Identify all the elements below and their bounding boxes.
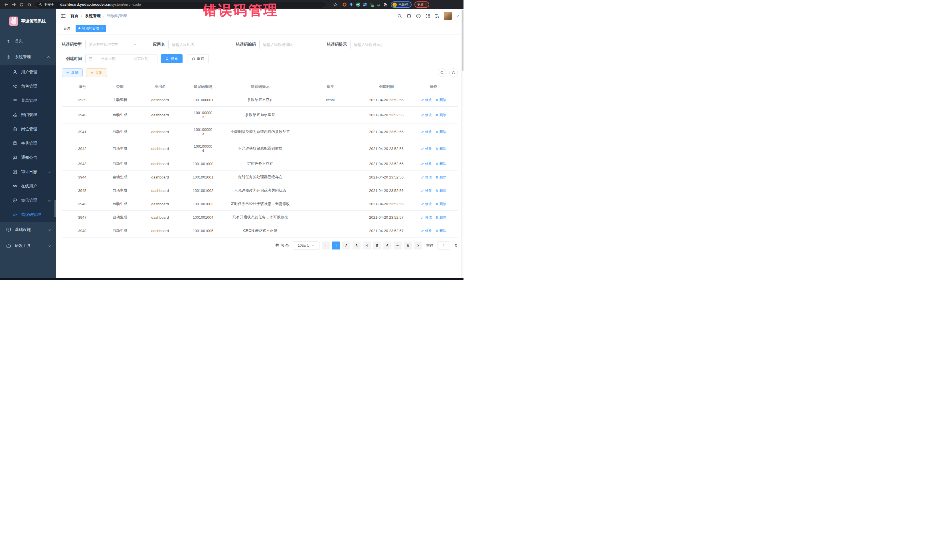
page-button-5[interactable]: 5 — [373, 241, 381, 249]
profile-chip[interactable]: 已暂停 — [391, 2, 412, 8]
delete-row-link[interactable]: 删除 — [435, 112, 446, 117]
delete-row-link[interactable]: 删除 — [435, 175, 446, 180]
page-button-6[interactable]: 6 — [383, 241, 391, 249]
error-code-message-input[interactable] — [350, 40, 405, 49]
browser-back-icon[interactable] — [2, 0, 10, 9]
browser-update-button[interactable]: 更新 — [415, 2, 429, 8]
edit-row-link[interactable]: 修改 — [421, 215, 432, 220]
delete-row-link[interactable]: 删除 — [435, 146, 446, 151]
extensions-puzzle-icon[interactable] — [383, 2, 388, 7]
extension-green-check-icon[interactable] — [356, 2, 360, 7]
sidebar-item-home[interactable]: 首页 — [0, 33, 56, 49]
prev-page-button[interactable] — [322, 241, 330, 249]
bookmark-star-icon[interactable] — [331, 0, 339, 9]
edit-row-link[interactable]: 修改 — [421, 202, 432, 206]
reset-button[interactable]: 重置 — [187, 54, 209, 63]
sidebar-item-online-users[interactable]: 在线用户 — [0, 179, 56, 193]
edit-row-link[interactable]: 修改 — [421, 188, 432, 193]
browser-forward-icon[interactable] — [10, 0, 18, 9]
sidebar-collapse-icon[interactable] — [61, 14, 66, 18]
application-name-input[interactable] — [168, 40, 223, 49]
edit-row-link[interactable]: 修改 — [421, 175, 432, 180]
sidebar-item-dev-tools[interactable]: 研发工具 — [0, 238, 56, 254]
edit-row-link[interactable]: 修改 — [421, 228, 432, 233]
toggle-search-button[interactable] — [438, 68, 447, 77]
github-icon[interactable] — [406, 14, 412, 18]
sidebar-item-sms-mgmt[interactable]: 短信管理 — [0, 193, 56, 208]
filter-group-application-name: 应用名 — [153, 40, 223, 49]
extension-plant-icon[interactable] — [376, 2, 381, 7]
add-button[interactable]: 新增 — [62, 68, 83, 77]
help-icon[interactable] — [416, 14, 421, 18]
delete-row-link[interactable]: 删除 — [435, 161, 446, 166]
edit-row-link[interactable]: 修改 — [421, 112, 432, 117]
goto-page-input[interactable] — [438, 241, 450, 249]
sidebar-item-label: 首页 — [15, 38, 52, 44]
date-range-picker[interactable]: 开始日期 - 结束日期 — [85, 54, 158, 63]
date-end-placeholder[interactable]: 结束日期 — [128, 56, 154, 61]
page-size-select[interactable]: 10条/页 — [293, 241, 319, 249]
sidebar-item-dict-mgmt[interactable]: 字典管理 — [0, 136, 56, 150]
delete-row-link[interactable]: 删除 — [435, 228, 446, 233]
sidebar-item-dept-mgmt[interactable]: 部门管理 — [0, 108, 56, 122]
address-bar[interactable]: 不安全 dashboard.yudao.iocoder.cn/system/er… — [35, 1, 326, 8]
chevron-down-icon[interactable] — [456, 14, 459, 18]
tab-close-icon[interactable] — [101, 27, 103, 30]
browser-menu-kebab-icon[interactable] — [426, 3, 426, 6]
delete-row-link[interactable]: 删除 — [435, 202, 446, 206]
error-code-input[interactable] — [259, 40, 314, 49]
delete-row-link[interactable]: 删除 — [435, 215, 446, 220]
browser-home-icon[interactable] — [25, 0, 33, 9]
tab-错误码管理[interactable]: 错误码管理 — [76, 25, 106, 32]
fullscreen-icon[interactable] — [425, 14, 430, 18]
delete-row-link[interactable]: 删除 — [435, 188, 446, 193]
search-button[interactable]: 搜索 — [161, 54, 182, 63]
cell-id: 3942 — [62, 140, 103, 157]
delete-row-link[interactable]: 删除 — [435, 129, 446, 134]
edit-row-link[interactable]: 修改 — [421, 161, 432, 166]
extension-on-badge-icon[interactable]: on — [369, 2, 374, 7]
browser-reload-icon[interactable] — [18, 0, 25, 9]
breadcrumb-item[interactable]: 系统管理 — [85, 14, 101, 18]
scrollbar-thumb[interactable] — [462, 10, 464, 71]
refresh-table-button[interactable] — [449, 68, 458, 77]
sidebar-item-menu-mgmt[interactable]: 菜单管理 — [0, 94, 56, 108]
chevron-down-icon — [48, 199, 51, 202]
extension-orange-ring-icon[interactable] — [342, 2, 347, 7]
edit-row-link[interactable]: 修改 — [421, 97, 432, 102]
delete-row-link[interactable]: 删除 — [435, 97, 446, 102]
user-avatar[interactable] — [444, 12, 452, 20]
sidebar-item-infrastructure[interactable]: 基础设施 — [0, 222, 56, 238]
extension-blue-gem-icon[interactable] — [349, 2, 354, 7]
sidebar-item-system-mgmt[interactable]: 系统管理 — [0, 49, 56, 65]
sidebar-item-audit-log[interactable]: 审计日志 — [0, 165, 56, 179]
extension-cube-icon[interactable] — [363, 2, 368, 7]
page-button-1[interactable]: 1 — [332, 241, 340, 249]
sidebar-item-post-mgmt[interactable]: 岗位管理 — [0, 122, 56, 136]
sidebar-item-role-mgmt[interactable]: 角色管理 — [0, 79, 56, 94]
sidebar-scrollbar[interactable] — [55, 200, 56, 217]
date-start-placeholder[interactable]: 开始日期 — [95, 56, 122, 61]
sidebar-item-notice[interactable]: 通知公告 — [0, 150, 56, 165]
tab-首页[interactable]: 首页 — [61, 25, 73, 32]
export-button[interactable]: 导出 — [86, 68, 107, 77]
update-label: 更新 — [417, 3, 424, 7]
page-button-2[interactable]: 2 — [342, 241, 350, 249]
calendar-icon — [88, 57, 93, 61]
sidebar-item-error-code-mgmt[interactable]: 错误码管理 — [0, 208, 56, 222]
font-size-icon[interactable] — [435, 14, 439, 18]
chevron-down-icon — [312, 244, 315, 247]
edit-row-link[interactable]: 修改 — [421, 146, 432, 151]
app-logo[interactable]: 芋道管理系统 — [0, 9, 56, 33]
error-code-type-select[interactable]: 请选择错误码类型 — [85, 40, 140, 49]
edit-row-link[interactable]: 修改 — [421, 129, 432, 134]
page-button-3[interactable]: 3 — [353, 241, 360, 249]
sidebar-item-user-mgmt[interactable]: 用户管理 — [0, 65, 56, 79]
search-icon[interactable] — [397, 14, 402, 18]
more-pages-button[interactable]: ••• — [394, 241, 401, 249]
page-scrollbar[interactable] — [461, 9, 464, 278]
page-button-4[interactable]: 4 — [363, 241, 371, 249]
next-page-button[interactable] — [414, 241, 422, 249]
breadcrumb-item[interactable]: 首页 — [70, 14, 78, 18]
page-button-8[interactable]: 8 — [404, 241, 412, 249]
